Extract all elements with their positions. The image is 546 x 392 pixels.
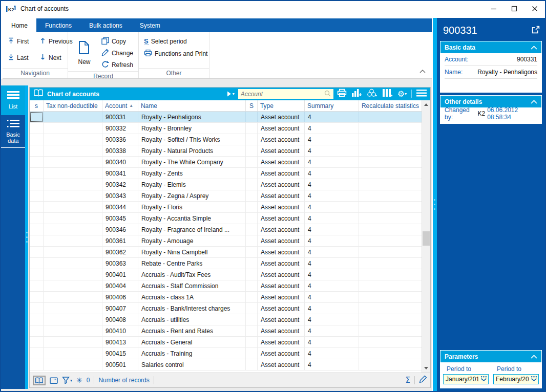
cell-name[interactable]: Accruals - General (138, 337, 246, 347)
cell-summary[interactable]: 4 (305, 337, 359, 347)
cell-s[interactable] (246, 325, 258, 336)
cell-row-selector[interactable] (30, 292, 44, 302)
cell-s[interactable] (246, 247, 258, 257)
cell-recalculate-statistics[interactable] (359, 303, 422, 314)
cell-summary[interactable]: 4 (305, 269, 359, 280)
cell-type[interactable]: Asset account (258, 314, 305, 325)
cell-tax-non-deductible[interactable] (44, 179, 102, 190)
cell-summary[interactable]: 4 (305, 359, 359, 370)
cell-recalculate-statistics[interactable] (359, 258, 422, 269)
open-in-window-icon[interactable] (532, 25, 540, 36)
cell-tax-non-deductible[interactable] (44, 258, 102, 269)
cell-tax-non-deductible[interactable] (44, 235, 102, 246)
cell-tax-non-deductible[interactable] (44, 224, 102, 235)
cell-name[interactable]: Accruals - Training (138, 348, 246, 359)
cell-s[interactable] (246, 123, 258, 134)
cell-account[interactable]: 900341 (102, 168, 138, 179)
table-row[interactable]: 900361 Royalty - Amouage Asset account 4 (30, 235, 422, 247)
cell-account[interactable]: 900340 (102, 157, 138, 167)
cell-row-selector[interactable] (30, 303, 44, 314)
cell-name[interactable]: Royalty - The White Company (138, 157, 246, 167)
cell-account[interactable]: 900343 (102, 190, 138, 201)
cell-row-selector[interactable] (30, 235, 44, 246)
cell-recalculate-statistics[interactable] (359, 280, 422, 291)
period-to-input-1[interactable]: January/201 (443, 374, 489, 384)
cell-s[interactable] (246, 168, 258, 179)
run-filter-icon[interactable]: ▾ (227, 91, 235, 97)
cell-recalculate-statistics[interactable] (359, 235, 422, 246)
cell-s[interactable] (246, 202, 258, 212)
cell-account[interactable]: 900401 (102, 269, 138, 280)
table-row[interactable]: 900362 Royalty - Nina Campbell Asset acc… (30, 247, 422, 258)
cell-tax-non-deductible[interactable] (44, 292, 102, 302)
cell-type[interactable]: Asset account (258, 348, 305, 359)
cell-name[interactable]: Royalty - Bronnley (138, 123, 246, 134)
cell-tax-non-deductible[interactable] (44, 348, 102, 359)
cell-type[interactable]: Asset account (258, 325, 305, 336)
cell-account[interactable]: 900336 (102, 134, 138, 145)
cell-account[interactable]: 900362 (102, 247, 138, 257)
search-input[interactable] (241, 91, 324, 98)
cell-account[interactable]: 900361 (102, 235, 138, 246)
column-header-recalculate-statistics[interactable]: Recalculate statistics (359, 100, 422, 111)
cell-row-selector[interactable] (30, 359, 44, 370)
cell-type[interactable]: Asset account (258, 359, 305, 370)
table-row[interactable]: 900344 Royalty - Floris Asset account 4 (30, 202, 422, 213)
next-button[interactable]: Next (39, 52, 73, 63)
cell-name[interactable]: Royalty - Fragrance of Ireland ... (138, 224, 246, 235)
settings-gear-icon[interactable]: ⚙▾ (397, 89, 407, 99)
sidebar-splitter[interactable] (25, 85, 28, 389)
cell-recalculate-statistics[interactable] (359, 337, 422, 347)
cell-row-selector[interactable] (30, 269, 44, 280)
cell-summary[interactable]: 4 (305, 145, 359, 156)
cell-type[interactable]: Asset account (258, 337, 305, 347)
table-row[interactable]: 900404 Accruals - Staff Commission Asset… (30, 280, 422, 292)
table-row[interactable]: 900342 Royalty - Elemis Asset account 4 (30, 179, 422, 190)
cell-s[interactable] (246, 269, 258, 280)
cell-account[interactable]: 900338 (102, 145, 138, 156)
column-header-summary[interactable]: Summary (305, 100, 359, 111)
cell-row-selector[interactable] (30, 213, 44, 224)
table-row[interactable]: 900401 Accruals - Audit/Tax Fees Asset a… (30, 269, 422, 280)
change-button[interactable]: Change (101, 48, 133, 58)
cell-row-selector[interactable] (30, 280, 44, 291)
cell-name[interactable]: Royalty - Amouage (138, 235, 246, 246)
last-button[interactable]: Last (8, 52, 35, 63)
column-header-s[interactable]: s (30, 100, 44, 111)
cell-type[interactable]: Asset account (258, 134, 305, 145)
cell-name[interactable]: Royalty - Nina Campbell (138, 247, 246, 257)
cell-account[interactable]: 900346 (102, 224, 138, 235)
cell-recalculate-statistics[interactable] (359, 269, 422, 280)
cell-account[interactable]: 900415 (102, 348, 138, 359)
cell-row-selector[interactable] (30, 337, 44, 347)
grid-menu-icon[interactable] (416, 90, 427, 99)
refresh-button[interactable]: Refresh (101, 59, 133, 70)
cell-row-selector[interactable] (30, 134, 44, 145)
cell-name[interactable]: Accruals - Rent and Rates (138, 325, 246, 336)
cell-tax-non-deductible[interactable] (44, 112, 102, 122)
cell-tax-non-deductible[interactable] (44, 280, 102, 291)
cell-row-selector[interactable] (30, 179, 44, 190)
detail-panel-splitter[interactable] (433, 18, 437, 391)
table-row[interactable]: 900407 Accruals - Bank/Interest charges … (30, 303, 422, 314)
period-dropdown-icon[interactable] (480, 376, 487, 383)
cell-row-selector[interactable] (30, 314, 44, 325)
table-row[interactable]: 900341 Royalty - Zents Asset account 4 (30, 168, 422, 179)
cell-summary[interactable]: 4 (305, 168, 359, 179)
cell-row-selector[interactable] (30, 348, 44, 359)
scrollbar-thumb[interactable] (423, 231, 430, 246)
table-row[interactable]: 900338 Royalty - Natural Products Asset … (30, 145, 422, 157)
cell-account[interactable]: 900410 (102, 325, 138, 336)
cell-type[interactable]: Asset account (258, 202, 305, 212)
cell-type[interactable]: Asset account (258, 157, 305, 167)
cell-s[interactable] (246, 314, 258, 325)
cell-type[interactable]: Asset account (258, 213, 305, 224)
column-header-tax-non-deductible[interactable]: Tax non-deductible (44, 100, 102, 111)
cell-account[interactable]: 900408 (102, 314, 138, 325)
cell-recalculate-statistics[interactable] (359, 202, 422, 212)
table-row[interactable]: 900410 Accruals - Rent and Rates Asset a… (30, 325, 422, 337)
cell-recalculate-statistics[interactable] (359, 292, 422, 302)
cell-account[interactable]: 900363 (102, 258, 138, 269)
cell-row-selector[interactable] (30, 224, 44, 235)
print-grid-icon[interactable] (337, 89, 347, 99)
